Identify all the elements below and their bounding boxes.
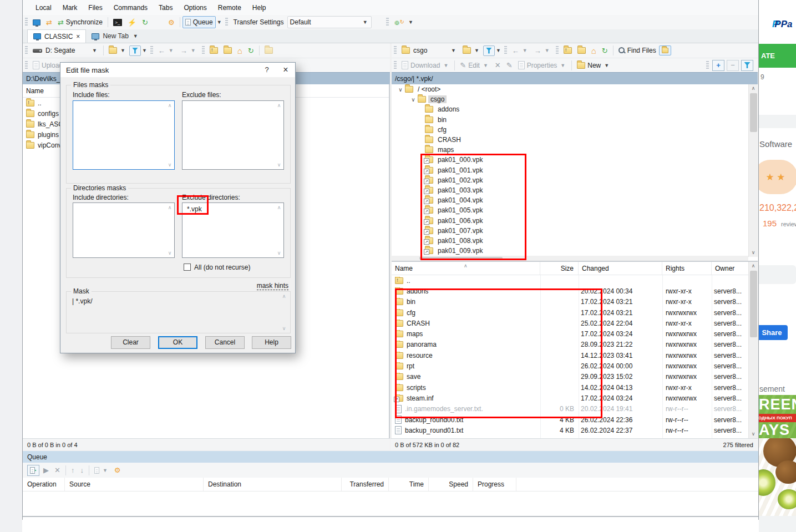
close-icon[interactable]: × — [76, 33, 80, 40]
left-root-dir-button[interactable] — [221, 45, 235, 56]
left-open-dir-button[interactable]: ▼ — [106, 45, 129, 56]
tree-node[interactable]: pak01_005.vpk — [392, 205, 758, 215]
menu-commands[interactable]: Commands — [109, 2, 153, 14]
delete-button[interactable]: ✕ — [492, 59, 504, 71]
synchronize-browsing-button[interactable]: 🜨↻ — [391, 17, 407, 28]
tree-node[interactable]: pak01_007.vpk — [392, 226, 758, 236]
input-scroll-arrows[interactable]: ∧∨ — [275, 102, 283, 169]
help-icon[interactable]: ? — [257, 63, 276, 77]
include-files-input[interactable]: ∧∨ — [73, 100, 175, 170]
input-scroll-arrows[interactable]: ∧∨ — [166, 204, 174, 257]
scroll-thumb[interactable] — [419, 257, 503, 260]
scroll-down-icon[interactable]: ∨ — [749, 430, 758, 438]
expander-icon[interactable]: ∨ — [396, 87, 405, 93]
dialog-title-bar[interactable]: Edit file mask ? × — [60, 63, 295, 77]
file-row[interactable]: addons20.02.2024 00:34rwxr-xr-xserver8..… — [392, 286, 758, 296]
queue-column-operation[interactable]: Operation — [23, 478, 65, 491]
file-row[interactable]: cfg17.02.2024 03:21rwxrwxrwxserver8... — [392, 307, 758, 318]
right-back-button[interactable]: ←▼ — [509, 45, 531, 57]
tree-view-toggle-button[interactable] — [659, 45, 671, 55]
edit-filter-button[interactable] — [741, 60, 753, 71]
close-icon[interactable]: × — [276, 63, 295, 77]
queue-run-button[interactable]: ▶ — [40, 464, 52, 476]
left-parent-dir-button[interactable] — [207, 45, 221, 56]
file-row[interactable]: panorama28.09.2023 21:22rwxrwxrwxserver8… — [392, 340, 758, 350]
add-filter-button[interactable]: + — [712, 60, 724, 71]
menu-options[interactable]: Options — [179, 2, 211, 14]
queue-column-time[interactable]: Time — [389, 478, 429, 491]
clear-button[interactable]: Clear — [111, 336, 150, 349]
new-button[interactable]: New ▼ — [574, 59, 613, 72]
queue-move-down-button[interactable]: ↓ — [77, 464, 87, 476]
swap-panels-button[interactable]: ⇄ — [43, 17, 55, 28]
tree-node[interactable]: pak01_006.vpk — [392, 215, 758, 225]
file-row[interactable]: backup_round00.txt4 KB26.02.2024 22:36rw… — [392, 414, 758, 425]
file-row[interactable]: maps17.02.2024 03:24rwxrwxrwxserver8... — [392, 328, 758, 339]
transfer-settings-select[interactable]: Default ▼ — [287, 16, 372, 28]
tree-node[interactable]: maps — [392, 145, 758, 155]
file-row[interactable]: bin17.02.2024 03:21rwxr-xr-xserver8... — [392, 297, 758, 307]
right-home-dir-button[interactable]: ⌂ — [589, 44, 599, 57]
donate-button[interactable]: ATE — [759, 44, 796, 68]
filter-dropdown-arrow[interactable]: ▼ — [141, 48, 148, 53]
tree-node[interactable]: bin — [392, 115, 758, 125]
tree-node[interactable]: pak01_004.vpk — [392, 195, 758, 205]
synchronize-button[interactable]: ⇄ Synchronize — [55, 16, 105, 28]
right-open-dir-button[interactable]: ▼ — [460, 45, 483, 56]
right-dir-select[interactable]: csgo ▼ — [399, 44, 460, 57]
left-refresh-button[interactable]: ↻ — [245, 45, 257, 57]
open-putty-button[interactable]: ⚡ — [125, 17, 139, 28]
tree-node[interactable]: cfg — [392, 125, 758, 135]
right-forward-button[interactable]: →▼ — [531, 45, 554, 57]
right-parent-dir-button[interactable] — [561, 45, 575, 56]
scroll-thumb[interactable] — [750, 93, 757, 132]
ad-kiwi-image[interactable] — [759, 438, 796, 516]
ad-banner[interactable]: REEN ОДНЫХ ПОКУП AYS — [759, 395, 796, 438]
mask-hints-link[interactable]: mask hints — [257, 282, 288, 290]
recurse-checkbox[interactable] — [184, 264, 191, 271]
toggle-panels-button[interactable] — [30, 17, 43, 28]
queue-dropdown-arrow[interactable]: ▼ — [216, 19, 223, 25]
menu-files[interactable]: Files — [83, 2, 107, 14]
queue-column-source[interactable]: Source — [65, 478, 204, 491]
tree-hscrollbar[interactable] — [392, 256, 748, 261]
download-button[interactable]: Download ▼ — [399, 59, 452, 72]
expander-icon[interactable]: ∨ — [409, 97, 418, 103]
queue-column-transferred[interactable]: Transferred — [342, 478, 389, 491]
right-path-bar[interactable]: /csgo/| *.vpk/ — [392, 72, 758, 84]
column-header-size[interactable]: Size — [540, 262, 579, 275]
file-row[interactable]: .. — [392, 275, 758, 286]
tree-node[interactable]: pak01_003.vpk — [392, 185, 758, 195]
tree-node[interactable]: ∨/ <root> — [392, 84, 758, 94]
left-filter-button[interactable] — [129, 45, 141, 56]
menu-remote[interactable]: Remote — [213, 2, 246, 14]
ok-button[interactable]: OK — [158, 336, 197, 349]
left-back-button[interactable]: ←▼ — [155, 45, 178, 57]
preferences-button[interactable]: ⚙ — [165, 17, 178, 28]
tree-node[interactable]: pak01_001.vpk — [392, 165, 758, 175]
file-row[interactable]: .in.gamemodes_server.txt.0 KB20.02.2024 … — [392, 404, 758, 414]
column-header-rights[interactable]: Rights — [662, 262, 712, 275]
queue-enable-button[interactable]: ▶ — [27, 465, 39, 476]
scroll-up-icon[interactable]: ∧ — [749, 84, 758, 93]
queue-column-progress[interactable]: Progress — [473, 478, 516, 491]
file-row[interactable]: scripts14.02.2024 04:13rwxr-xr-xserver8.… — [392, 382, 758, 393]
tree-node[interactable]: addons — [392, 104, 758, 114]
edit-button[interactable]: ✎ Edit ▼ — [457, 59, 492, 72]
queue-preferences-button[interactable]: ⚙ — [111, 464, 124, 476]
filter-dropdown-arrow[interactable]: ▼ — [495, 48, 502, 53]
exclude-directories-input[interactable]: *.vpk ∧∨ — [182, 202, 284, 258]
refresh-session-button[interactable]: ↻ — [139, 17, 151, 28]
file-row[interactable]: CRASH25.02.2024 22:04rwxr-xr-xserver8... — [392, 318, 758, 328]
sync-dropdown-arrow[interactable]: ▼ — [407, 19, 414, 25]
file-row[interactable]: save29.09.2023 15:02rwxrwxrwxserver8... — [392, 372, 758, 382]
rename-button[interactable]: ✎ — [504, 59, 515, 71]
right-refresh-button[interactable]: ↻ — [599, 45, 611, 57]
cancel-button[interactable]: Cancel — [205, 336, 245, 349]
mask-scroll-arrows[interactable]: ∧∨ — [280, 292, 288, 332]
queue-delete-button[interactable]: ✕ — [52, 464, 63, 476]
right-filter-button[interactable] — [483, 45, 495, 56]
remove-filter-button[interactable]: − — [727, 60, 739, 71]
list-scrollbar[interactable]: ∧ ∨ — [748, 262, 758, 438]
left-drive-select[interactable]: D: Segate ▼ — [30, 44, 101, 57]
